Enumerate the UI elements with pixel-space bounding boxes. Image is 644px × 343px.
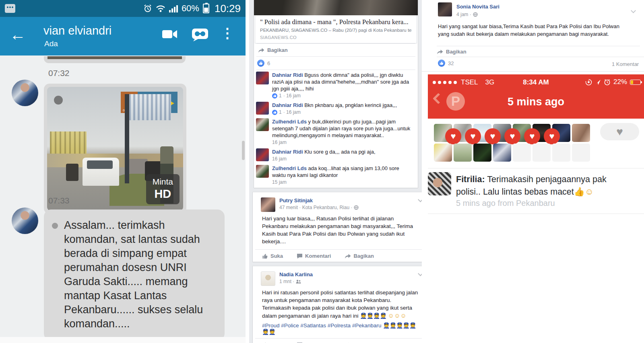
right-panel: Sonia Novita Sari 4 jam · Hari yang sang… bbox=[422, 0, 644, 343]
poster-name[interactable]: Sonia Novita Sari bbox=[456, 4, 500, 10]
heart-reaction-button[interactable]: ♥ bbox=[600, 123, 639, 140]
link-title: " Polisi ada dimana - mana ", Polresta P… bbox=[260, 18, 412, 26]
request-hd-button[interactable]: Minta HD bbox=[146, 174, 180, 204]
location-arrow-icon bbox=[595, 79, 601, 85]
message-timestamp: 07:32 bbox=[48, 68, 70, 78]
post-options-chevron-icon[interactable] bbox=[631, 8, 636, 13]
status-time: 10:29 bbox=[215, 2, 241, 15]
commenter-name[interactable]: Dahniar Ridi bbox=[272, 149, 303, 155]
viewer-avatar[interactable] bbox=[572, 124, 590, 142]
poster-name[interactable]: Nadia Karlina bbox=[279, 271, 313, 277]
commenter-avatar[interactable] bbox=[428, 172, 451, 195]
broadcast-title: 5 mins ago bbox=[428, 96, 644, 108]
viewer-avatar[interactable] bbox=[454, 144, 472, 162]
scrollbar[interactable] bbox=[242, 141, 245, 160]
comment: Dahniar Ridi Bguss donk dimna" ada polis… bbox=[254, 70, 418, 100]
comment: Zulhendri Lds y buk,dikerinci pun gtu ju… bbox=[254, 117, 418, 147]
avatar-placeholder bbox=[572, 144, 590, 162]
globe-icon bbox=[473, 12, 478, 17]
link-preview[interactable]: " Polisi ada dimana - mana ", Polresta P… bbox=[255, 15, 417, 43]
viewer-avatar[interactable] bbox=[434, 144, 452, 162]
like-button[interactable]: Suka bbox=[262, 253, 283, 259]
comment-icon bbox=[297, 253, 303, 259]
globe-icon bbox=[354, 205, 359, 210]
commenter-avatar[interactable] bbox=[256, 165, 269, 178]
bbm-video-chat-button[interactable] bbox=[192, 28, 208, 42]
post-text: Hari yang luar biasa,,, Ratusan Polisi t… bbox=[253, 212, 428, 245]
smiley-emoji: ☺☺☺ bbox=[388, 312, 407, 319]
share-button[interactable]: Bagikan bbox=[254, 44, 418, 56]
alarm-clock-icon bbox=[604, 79, 611, 86]
facebook-post-nadia: Nadia Karlina 1 mnt · Hari ini ratusan p… bbox=[253, 266, 428, 343]
contact-name: vian elviandri bbox=[43, 24, 111, 37]
link-source: SIAGANEWS.CO bbox=[260, 35, 412, 40]
message-text: Assalam... terimkash komandan, sat lanta… bbox=[64, 218, 215, 331]
comment-meta: 16 jam bbox=[272, 140, 414, 145]
commenter-name[interactable]: Fitrilia: bbox=[456, 175, 485, 184]
like-count-row[interactable]: 32 bbox=[438, 60, 454, 67]
battery-percent: 60% bbox=[182, 3, 199, 14]
share-button[interactable]: Bagikan bbox=[437, 49, 466, 55]
commenter-avatar[interactable] bbox=[256, 118, 269, 131]
comment: Dahniar Ridi Klu brenti hjn nnti ku tf, … bbox=[254, 187, 418, 188]
like-count-row[interactable]: 6 bbox=[254, 57, 418, 70]
commenter-avatar[interactable] bbox=[256, 72, 269, 84]
back-button[interactable]: ← bbox=[10, 27, 26, 43]
post-text: Hari yang sangat luar biasa,Terima Kasih… bbox=[438, 23, 624, 38]
ios-status-right: 22% bbox=[585, 78, 641, 86]
avatar-placeholder bbox=[552, 144, 570, 162]
friends-icon bbox=[296, 279, 301, 284]
like-icon bbox=[272, 110, 277, 115]
poster-avatar[interactable] bbox=[261, 271, 275, 286]
status-dot-overlay bbox=[54, 96, 63, 105]
commenter-avatar[interactable] bbox=[256, 148, 269, 161]
comment-meta: 1 · 16 jam bbox=[272, 109, 397, 115]
photo-detail bbox=[129, 94, 171, 120]
poster-avatar[interactable] bbox=[261, 197, 275, 212]
share-icon bbox=[258, 47, 264, 53]
viewer-avatar[interactable] bbox=[473, 144, 491, 162]
photo-detail bbox=[125, 94, 130, 183]
link-description: PEKANBARU, SIAGANEWS.CO – Rabu (20/7) pa… bbox=[260, 28, 412, 33]
overflow-menu-button[interactable]: ⋮ bbox=[221, 25, 234, 41]
text-message-bubble: Assalam... terimkash komandan, sat lanta… bbox=[44, 209, 225, 341]
heart-icon: ♥ bbox=[524, 128, 540, 144]
commenter-name[interactable]: Zulhendri Lds bbox=[272, 119, 307, 125]
video-call-button[interactable] bbox=[162, 28, 178, 40]
poster-name[interactable]: Putry Sitinjak bbox=[279, 197, 359, 203]
like-icon bbox=[272, 93, 277, 99]
comment-meta: 1 · 16 jam bbox=[272, 93, 414, 99]
alarm-status-icon bbox=[143, 4, 152, 13]
commenter-name[interactable]: Dahniar Ridi bbox=[272, 102, 303, 108]
photo-message-bubble[interactable]: 0851 0476 0111 Minta HD bbox=[44, 84, 186, 214]
battery-icon bbox=[630, 80, 641, 85]
comment-meta: 16 jam bbox=[272, 156, 376, 162]
post-meta: 1 mnt · bbox=[279, 279, 313, 284]
street-traffic-photo: 0851 0476 0111 Minta HD bbox=[47, 87, 183, 211]
facebook-post-putry: Putry Sitinjak 47 menit · Kota Pekanbaru… bbox=[253, 192, 428, 262]
comment-count[interactable]: 1 Komentar bbox=[612, 61, 639, 67]
share-button[interactable]: Bagikan bbox=[345, 253, 374, 259]
avatar-placeholder bbox=[513, 144, 531, 162]
comment: Dahniar Ridi Klu sore g da,,, ada na pgi… bbox=[254, 147, 418, 163]
facebook-link-post-card: " Polisi ada dimana - mana ", Polresta P… bbox=[254, 0, 418, 188]
facebook-post-sonia: Sonia Novita Sari 4 jam · Hari yang sang… bbox=[422, 0, 644, 72]
post-meta: 4 jam · bbox=[456, 12, 478, 17]
poster-avatar[interactable] bbox=[438, 2, 452, 16]
commenter-name[interactable]: Dahniar Ridi bbox=[272, 72, 303, 78]
comment-button[interactable]: Komentari bbox=[297, 253, 331, 259]
share-icon bbox=[345, 253, 351, 259]
thumb-icon bbox=[262, 253, 268, 259]
heart-icon: ♥ bbox=[504, 128, 520, 144]
commenter-avatar[interactable] bbox=[256, 102, 269, 115]
hashtags[interactable]: #Proud #Police #Satlantas #Polresta #Pek… bbox=[253, 320, 428, 335]
input-area-edge bbox=[0, 337, 246, 343]
comment: Dahniar Ridi Bkn pknbaru aja, pngklan ke… bbox=[254, 100, 418, 117]
viewer-avatar[interactable] bbox=[493, 144, 511, 162]
avatar-placeholder bbox=[533, 144, 551, 162]
like-icon bbox=[438, 60, 445, 67]
commenter-name[interactable]: Zulhendri Lds bbox=[272, 165, 307, 171]
photo-detail bbox=[83, 158, 119, 186]
news-article-image[interactable] bbox=[254, 0, 418, 15]
battery-icon bbox=[203, 4, 209, 13]
